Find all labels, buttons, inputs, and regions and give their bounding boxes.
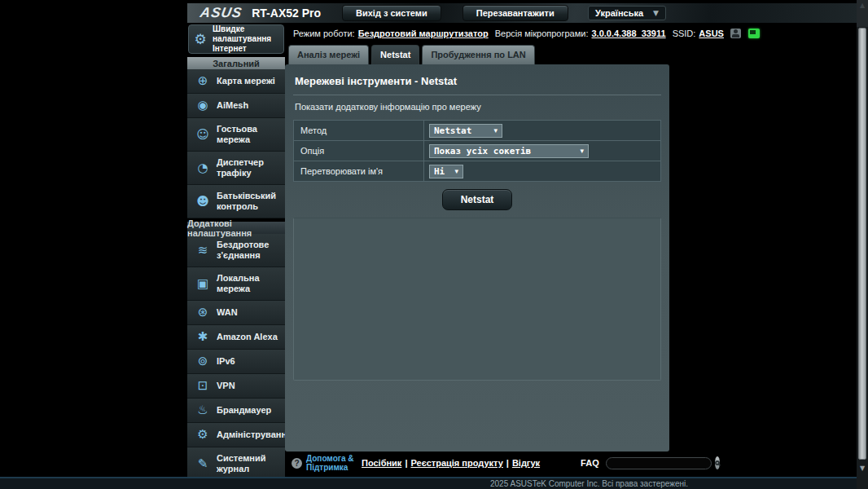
tab-wake-on-lan[interactable]: Пробудження по LAN	[422, 45, 534, 64]
sidebar-item-label: Локальна мережа	[217, 273, 283, 294]
copyright-bar: 2025 ASUSTeK Computer Inc. Всі права зас…	[0, 477, 868, 489]
sidebar-item-wireless[interactable]: ≋ Бездротове з'єднання	[187, 234, 285, 267]
ssid-link[interactable]: ASUS	[699, 29, 724, 38]
footer: ? Допомога & Підтримка Посібник|Реєстрац…	[285, 452, 669, 474]
sidebar-item-label: Карта мережі	[217, 76, 275, 86]
guest-network-icon: ☺	[193, 129, 213, 141]
sidebar-item-label: Системний журнал	[217, 453, 283, 474]
sidebar-item-lan[interactable]: ▣ Локальна мережа	[187, 267, 285, 301]
asus-logo: ASUS	[199, 5, 243, 21]
lan-icon: ▣	[193, 278, 213, 290]
sidebar-item-amazon-alexa[interactable]: ✱ Amazon Alexa	[187, 325, 285, 350]
sidebar-item-label: VPN	[217, 381, 235, 391]
faq-search-input[interactable]	[606, 457, 712, 469]
tab-bar: Аналіз мережі Netstat Пробудження по LAN	[285, 42, 669, 64]
button-row: Netstat	[285, 189, 669, 210]
status-icons	[730, 29, 760, 38]
wireless-icon: ≋	[193, 244, 213, 257]
content-panel: Мережеві інструменти - Netstat Показати …	[285, 64, 669, 452]
quick-setup-icon: ⚙	[191, 31, 209, 47]
faq-label: FAQ	[581, 458, 599, 468]
option-select-value: Показ усіх сокетів	[434, 146, 531, 156]
help-icon: ?	[292, 458, 302, 469]
language-select[interactable]: Українська ▼	[588, 6, 666, 20]
sidebar-item-label: IPv6	[217, 356, 235, 367]
form-row-method: Метод Netstat ▾	[294, 121, 660, 141]
ipv6-icon: ⊚	[193, 355, 213, 368]
netstat-output-area	[293, 218, 661, 381]
top-banner: ASUS RT-AX52 Pro Вихід з системи Перезав…	[187, 3, 857, 23]
network-map-icon: ⊕	[193, 75, 213, 87]
sidebar-item-aimesh[interactable]: ◉ AiMesh	[187, 94, 285, 118]
language-label: Українська	[595, 8, 643, 18]
sidebar-item-firewall[interactable]: ♨ Брандмауер	[187, 399, 285, 423]
sidebar-item-label: Гостьова мережа	[217, 124, 283, 145]
scroll-up-icon[interactable]: ▲	[857, 0, 868, 27]
sidebar-item-wan[interactable]: ⊛ WAN	[187, 301, 285, 325]
form-row-option: Опція Показ усіх сокетів ▾	[294, 141, 660, 161]
resolve-name-select-value: Ні	[434, 166, 445, 177]
app-window: ⚙ Швидке налаштування Інтернет Загальний…	[187, 24, 671, 489]
sidebar-item-guest-network[interactable]: ☺ Гостьова мережа	[187, 118, 285, 152]
option-label: Опція	[294, 141, 424, 161]
sidebar-item-vpn[interactable]: ⊡ VPN	[187, 374, 285, 399]
help-support: ? Допомога & Підтримка	[292, 454, 357, 473]
parental-controls-icon: ☻	[193, 196, 213, 208]
clients-status-icon[interactable]	[730, 29, 741, 38]
sidebar-item-label: Адміністрування	[217, 430, 292, 440]
copyright-text: 2025 ASUSTeK Computer Inc. Всі права зас…	[490, 479, 688, 488]
chevron-down-icon: ▼	[653, 9, 659, 17]
feedback-link[interactable]: Відгук	[512, 458, 540, 468]
firewall-icon: ♨	[193, 404, 213, 416]
sidebar-item-label: Брандмауер	[217, 405, 271, 416]
method-label: Метод	[294, 121, 424, 140]
footer-links: Посібник|Реєстрація продукту|Відгук	[362, 458, 540, 468]
chevron-down-icon: ▾	[493, 126, 498, 134]
sidebar-item-label: Швидке налаштування Інтернет	[213, 24, 281, 54]
search-icon	[715, 460, 720, 465]
amazon-alexa-icon: ✱	[193, 331, 213, 343]
method-select[interactable]: Netstat ▾	[429, 124, 502, 138]
scrollbar-thumb[interactable]	[858, 28, 866, 460]
sidebar-item-ipv6[interactable]: ⊚ IPv6	[187, 350, 285, 374]
vpn-icon: ⊡	[193, 380, 213, 392]
router-model: RT-AX52 Pro	[252, 7, 321, 20]
manual-link[interactable]: Посібник	[362, 458, 401, 468]
sidebar-item-parental-controls[interactable]: ☻ Батьківський контроль	[187, 185, 285, 218]
tab-network-analysis[interactable]: Аналіз мережі	[288, 45, 369, 64]
faq-search-button[interactable]	[715, 456, 720, 469]
logout-button[interactable]: Вихід з системи	[342, 5, 441, 21]
sidebar-item-quick-internet-setup[interactable]: ⚙ Швидке налаштування Інтернет	[188, 24, 284, 54]
aimesh-icon: ◉	[193, 99, 213, 112]
system-log-icon: ✎	[193, 458, 213, 470]
sidebar-item-label: Бездротове з'єднання	[217, 240, 283, 261]
firmware-version-link[interactable]: 3.0.0.4.388_33911	[591, 29, 665, 38]
scrollbar[interactable]: ▲ ▼	[857, 0, 868, 489]
page-subtitle: Показати додаткову інформацію про мережу	[285, 95, 669, 118]
resolve-name-select[interactable]: Ні ▾	[429, 165, 463, 178]
sidebar-section-advanced: Додаткові налаштування	[187, 222, 285, 234]
reboot-button[interactable]: Перезавантажити	[462, 5, 568, 21]
option-select[interactable]: Показ усіх сокетів ▾	[429, 144, 589, 158]
operation-mode-label: Режим роботи:	[293, 29, 355, 38]
tab-netstat[interactable]: Netstat	[371, 45, 419, 64]
sidebar-item-label: WAN	[217, 307, 238, 318]
sidebar-item-traffic-manager[interactable]: ◔ Диспетчер трафіку	[187, 152, 285, 185]
sidebar-item-network-map[interactable]: ⊕ Карта мережі	[187, 69, 285, 94]
main-area: Режим роботи: Бездротовий маршрутизатор …	[285, 24, 669, 489]
internet-status-icon[interactable]	[748, 29, 760, 38]
sidebar-item-label: Amazon Alexa	[217, 332, 278, 342]
netstat-form: Метод Netstat ▾ Опція Показ усіх сокетів…	[293, 120, 661, 182]
product-registration-link[interactable]: Реєстрація продукту	[410, 458, 502, 468]
operation-mode-link[interactable]: Бездротовий маршрутизатор	[358, 29, 489, 38]
sidebar-item-system-log[interactable]: ✎ Системний журнал	[187, 447, 285, 481]
sidebar-item-administration[interactable]: ⚙ Адміністрування	[187, 423, 285, 447]
sidebar-item-label: Диспетчер трафіку	[217, 157, 283, 178]
status-bar: Режим роботи: Бездротовий маршрутизатор …	[285, 24, 669, 42]
resolve-name-label: Перетворювати ім'я	[294, 161, 424, 181]
scroll-down-icon[interactable]: ▼	[857, 465, 868, 472]
chevron-down-icon: ▾	[580, 147, 584, 155]
wan-icon: ⊛	[193, 306, 213, 319]
help-support-label: Допомога & Підтримка	[306, 454, 357, 473]
netstat-run-button[interactable]: Netstat	[442, 189, 513, 210]
